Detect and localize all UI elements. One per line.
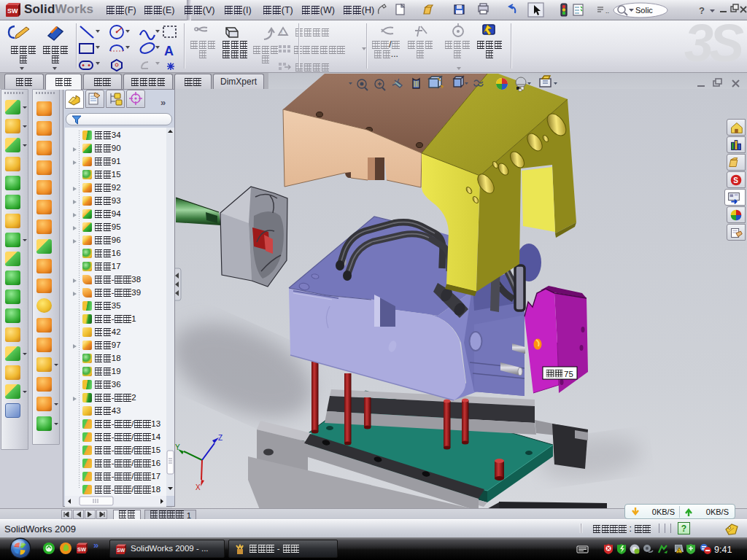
svg-text:SW: SW [117, 548, 125, 553]
svg-text:Y: Y [175, 443, 180, 451]
svg-text:75: 75 [564, 370, 573, 378]
svg-text:S: S [733, 176, 738, 184]
svg-text:SW: SW [77, 546, 87, 553]
svg-text:!: ! [678, 549, 680, 553]
svg-text:Z: Z [218, 434, 222, 442]
svg-text:X: X [196, 483, 201, 491]
svg-text:9:41: 9:41 [714, 545, 732, 555]
